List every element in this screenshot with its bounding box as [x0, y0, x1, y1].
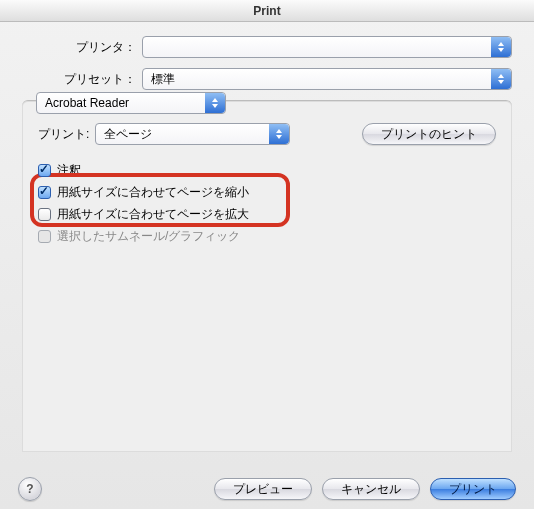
- printer-row: プリンタ：: [22, 36, 512, 58]
- updown-icon: [269, 124, 289, 144]
- printer-select[interactable]: [142, 36, 512, 58]
- preset-label: プリセット：: [22, 71, 142, 88]
- window-title: Print: [253, 4, 280, 18]
- print-label: プリント: [449, 481, 497, 498]
- printer-label: プリンタ：: [22, 39, 142, 56]
- cancel-button[interactable]: キャンセル: [322, 478, 420, 500]
- section-select-wrap: Acrobat Reader: [36, 92, 226, 114]
- preview-label: プレビュー: [233, 481, 293, 498]
- checkbox-icon: [38, 164, 51, 177]
- print-pages-value: 全ページ: [104, 126, 263, 143]
- cancel-label: キャンセル: [341, 481, 401, 498]
- updown-icon: [205, 93, 225, 113]
- print-pages-label: プリント:: [38, 126, 89, 143]
- print-pages-row: プリント: 全ページ プリントのヒント: [38, 123, 496, 145]
- print-pages-select[interactable]: 全ページ: [95, 123, 290, 145]
- preset-select[interactable]: 標準: [142, 68, 512, 90]
- option-thumb-label: 選択したサムネール/グラフィック: [57, 228, 240, 245]
- checkbox-icon: [38, 186, 51, 199]
- dialog-footer: ? プレビュー キャンセル プリント: [0, 477, 534, 501]
- option-shrink-label: 用紙サイズに合わせてページを縮小: [57, 184, 249, 201]
- updown-icon: [491, 37, 511, 57]
- updown-icon: [491, 69, 511, 89]
- print-hints-button[interactable]: プリントのヒント: [362, 123, 496, 145]
- preset-row: プリセット： 標準: [22, 68, 512, 90]
- options-group: 注釈 用紙サイズに合わせてページを縮小 用紙サイズに合わせてページを拡大 選択し…: [38, 159, 496, 247]
- option-shrink-to-fit[interactable]: 用紙サイズに合わせてページを縮小: [38, 181, 496, 203]
- option-expand-to-fit[interactable]: 用紙サイズに合わせてページを拡大: [38, 203, 496, 225]
- print-hints-label: プリントのヒント: [381, 126, 477, 143]
- app-panel: Acrobat Reader プリント: 全ページ プリントのヒント: [22, 100, 512, 452]
- preview-button[interactable]: プレビュー: [214, 478, 312, 500]
- option-annotations[interactable]: 注釈: [38, 159, 496, 181]
- checkbox-icon: [38, 230, 51, 243]
- section-value: Acrobat Reader: [45, 96, 199, 110]
- checkbox-icon: [38, 208, 51, 221]
- help-button[interactable]: ?: [18, 477, 42, 501]
- preset-value: 標準: [151, 71, 485, 88]
- section-select[interactable]: Acrobat Reader: [36, 92, 226, 114]
- option-expand-label: 用紙サイズに合わせてページを拡大: [57, 206, 249, 223]
- help-icon: ?: [26, 482, 33, 496]
- option-annotations-label: 注釈: [57, 162, 81, 179]
- print-button[interactable]: プリント: [430, 478, 516, 500]
- option-selected-thumbnails: 選択したサムネール/グラフィック: [38, 225, 496, 247]
- window-titlebar: Print: [0, 0, 534, 22]
